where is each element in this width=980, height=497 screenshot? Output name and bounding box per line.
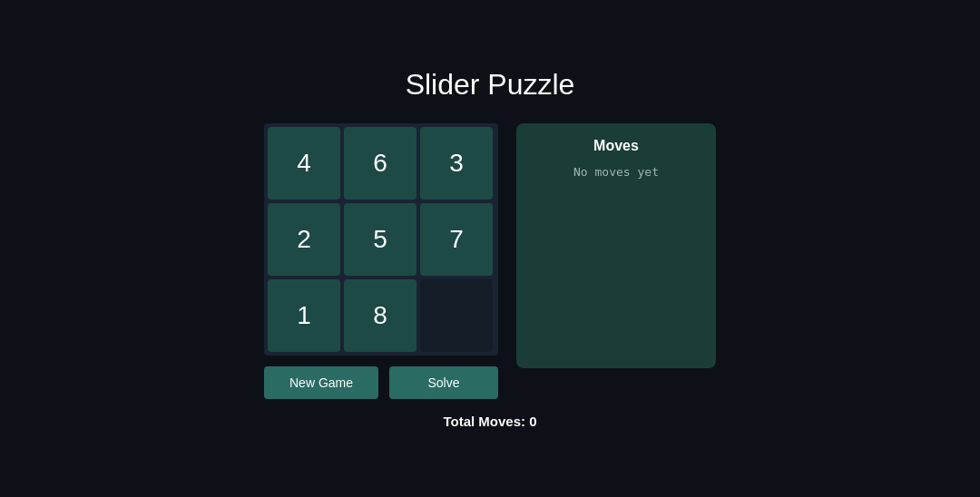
puzzle-tile[interactable]: 6 [344,127,416,200]
puzzle-tile[interactable]: 7 [420,203,493,276]
total-moves-label: Total Moves: 0 [443,414,536,429]
puzzle-tile[interactable]: 5 [344,203,416,276]
moves-panel: Moves No moves yet [516,123,716,368]
buttons-row: New Game Solve [264,366,498,399]
page-title: Slider Puzzle [406,68,575,102]
empty-tile [420,279,493,352]
solve-button[interactable]: Solve [389,366,498,399]
puzzle-tile[interactable]: 4 [268,127,340,200]
puzzle-tile[interactable]: 3 [420,127,493,200]
puzzle-section: 46325718 New Game Solve [264,123,498,399]
puzzle-tile[interactable]: 1 [268,279,340,352]
puzzle-tile[interactable]: 8 [344,279,416,352]
main-area: 46325718 New Game Solve Moves No moves y… [264,123,716,399]
puzzle-grid: 46325718 [264,123,498,356]
no-moves-text: No moves yet [573,165,659,179]
moves-panel-title: Moves [593,138,639,154]
puzzle-tile[interactable]: 2 [268,203,340,276]
new-game-button[interactable]: New Game [264,366,378,399]
game-container: Slider Puzzle 46325718 New Game Solve Mo… [264,68,716,429]
